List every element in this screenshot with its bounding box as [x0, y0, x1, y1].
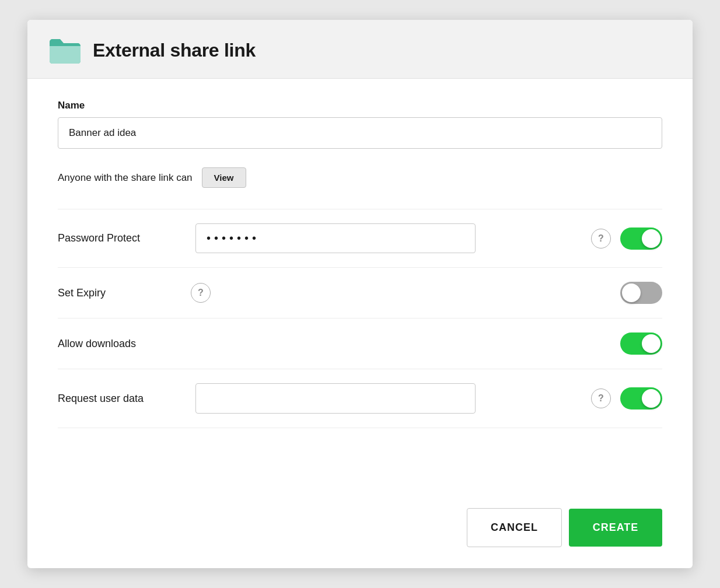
password-input[interactable] — [195, 223, 476, 253]
dialog-footer: CANCEL CREATE — [27, 494, 693, 568]
downloads-toggle-thumb — [642, 334, 660, 353]
password-help-icon[interactable]: ? — [591, 229, 611, 249]
folder-icon — [48, 36, 81, 64]
password-input-area — [195, 223, 582, 253]
user-data-input-area — [195, 383, 582, 414]
view-button[interactable]: View — [202, 167, 246, 188]
name-input[interactable] — [58, 117, 662, 149]
name-field-group: Name — [58, 100, 662, 149]
create-button[interactable]: CREATE — [569, 509, 662, 547]
expiry-help-icon[interactable]: ? — [191, 283, 211, 303]
set-expiry-row: Set Expiry ? — [58, 267, 662, 318]
expiry-toggle-thumb — [622, 284, 641, 302]
password-protect-row: Password Protect ? — [58, 209, 662, 267]
password-toggle-thumb — [642, 229, 660, 248]
cancel-button[interactable]: CANCEL — [467, 508, 562, 547]
user-data-input[interactable] — [195, 383, 476, 414]
share-link-text: Anyone with the share link can — [58, 172, 193, 184]
allow-downloads-label: Allow downloads — [58, 338, 186, 350]
password-protect-label: Password Protect — [58, 232, 186, 244]
user-data-toggle-thumb — [642, 389, 660, 408]
dialog-body: Name Anyone with the share link can View… — [27, 79, 693, 494]
dialog-title: External share link — [93, 40, 256, 61]
name-label: Name — [58, 100, 662, 111]
external-share-link-dialog: External share link Name Anyone with the… — [27, 20, 693, 568]
request-user-data-label: Request user data — [58, 393, 186, 405]
request-user-data-row: Request user data ? — [58, 369, 662, 428]
share-link-row: Anyone with the share link can View — [58, 167, 662, 188]
allow-downloads-row: Allow downloads — [58, 318, 662, 369]
user-data-toggle[interactable] — [620, 387, 662, 410]
downloads-toggle[interactable] — [620, 332, 662, 355]
expiry-toggle[interactable] — [620, 282, 662, 304]
set-expiry-label: Set Expiry — [58, 287, 186, 299]
dialog-header: External share link — [27, 20, 693, 79]
password-toggle[interactable] — [620, 228, 662, 250]
user-data-help-icon[interactable]: ? — [591, 388, 611, 408]
